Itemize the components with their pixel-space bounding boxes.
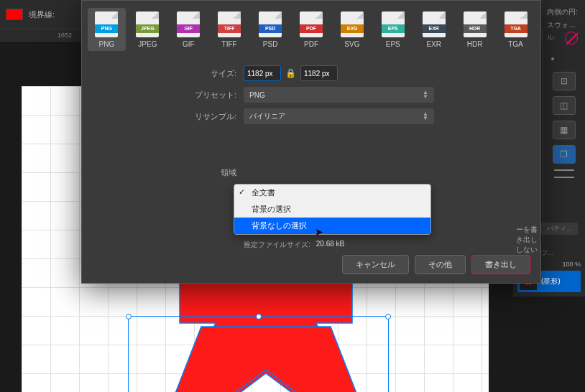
format-eps[interactable]: EPSEPS bbox=[374, 8, 412, 51]
export-button[interactable]: 書き出し bbox=[471, 255, 530, 274]
panel-button-2[interactable]: ◫ bbox=[553, 96, 576, 115]
opacity-value[interactable]: 100 % bbox=[562, 261, 581, 268]
format-label: HDR bbox=[467, 40, 483, 48]
format-tga[interactable]: TGATGA bbox=[497, 8, 535, 51]
file-icon: TGA bbox=[505, 11, 528, 37]
format-hdr[interactable]: HDRHDR bbox=[456, 8, 494, 51]
export-dialog: PNGPNGJPEGJPEGGIFGIFTIFFTIFFPSDPSDPDFPDF… bbox=[81, 0, 541, 284]
ruler-label: ル: bbox=[547, 33, 556, 42]
dot-icon bbox=[551, 57, 554, 60]
properties-tab[interactable]: パティ... bbox=[541, 223, 578, 235]
chevron-updown-icon: ▲▼ bbox=[423, 112, 428, 121]
format-tiff[interactable]: TIFFTIFF bbox=[211, 8, 249, 51]
area-label: 領域 bbox=[103, 167, 244, 178]
preset-label: プリセット: bbox=[103, 90, 244, 101]
file-icon: TIFF bbox=[218, 11, 241, 37]
inner-circle-label: 内側の円: bbox=[547, 7, 578, 17]
format-label: EPS bbox=[386, 40, 400, 48]
cancel-button[interactable]: キャンセル bbox=[342, 255, 409, 274]
file-icon: EPS bbox=[382, 11, 405, 37]
format-label: PSD bbox=[263, 40, 278, 48]
format-selector-row: PNGPNGJPEGJPEGGIFGIFTIFFTIFFPSDPSDPDFPDF… bbox=[82, 1, 540, 58]
file-icon: PDF bbox=[300, 11, 323, 37]
format-label: JPEG bbox=[138, 40, 157, 48]
no-fill-icon[interactable] bbox=[565, 32, 578, 45]
fill-color-swatch[interactable] bbox=[6, 9, 23, 20]
format-label: TGA bbox=[508, 40, 523, 48]
star-shape[interactable] bbox=[129, 280, 402, 392]
layer-name: (星形) bbox=[541, 276, 561, 286]
file-icon: PNG bbox=[95, 11, 118, 37]
border-label: 境界線: bbox=[29, 9, 55, 20]
stroke-preview[interactable] bbox=[554, 177, 574, 178]
dropdown-item-all[interactable]: 全文書 bbox=[234, 185, 430, 201]
format-svg[interactable]: SVGSVG bbox=[333, 8, 371, 51]
height-input[interactable] bbox=[300, 65, 338, 81]
dropdown-item-no-bg-select[interactable]: 背景なしの選択 bbox=[234, 218, 430, 234]
file-icon: EXR bbox=[423, 11, 446, 37]
panel-button-3[interactable]: ▦ bbox=[553, 121, 576, 139]
filesize-value: 20.68 kB bbox=[316, 240, 344, 250]
panel-button-4[interactable]: ❐ bbox=[553, 145, 576, 164]
ruler-value: 1652 bbox=[57, 32, 72, 39]
file-icon: SVG bbox=[341, 11, 364, 37]
format-label: GIF bbox=[183, 40, 195, 48]
stroke-preview[interactable] bbox=[554, 169, 574, 171]
format-label: TIFF bbox=[222, 40, 237, 48]
resample-select[interactable]: バイリニア ▲▼ bbox=[244, 108, 434, 124]
format-psd[interactable]: PSDPSD bbox=[252, 8, 290, 51]
matte-text: ーを書き出ししない bbox=[516, 225, 540, 255]
format-pdf[interactable]: PDFPDF bbox=[292, 8, 331, 51]
other-button[interactable]: その他 bbox=[415, 255, 466, 274]
resample-label: リサンプル: bbox=[103, 111, 244, 122]
lock-icon[interactable]: 🔒 bbox=[285, 68, 296, 78]
dropdown-item-bg-select[interactable]: 背景の選択 bbox=[234, 201, 430, 218]
area-dropdown: 全文書 背景の選択 背景なしの選択 bbox=[234, 184, 431, 235]
file-icon: PSD bbox=[259, 11, 282, 37]
panel-button-1[interactable]: ⊡ bbox=[553, 72, 576, 90]
format-label: PNG bbox=[99, 40, 115, 48]
format-label: PDF bbox=[304, 40, 318, 48]
format-label: EXR bbox=[426, 40, 441, 48]
width-input[interactable] bbox=[244, 65, 281, 81]
size-label: サイズ: bbox=[103, 68, 244, 79]
format-jpeg[interactable]: JPEGJPEG bbox=[129, 8, 167, 51]
filesize-label: 推定ファイルサイズ: bbox=[244, 240, 310, 250]
format-exr[interactable]: EXREXR bbox=[415, 8, 453, 51]
cursor-icon: ➤ bbox=[315, 226, 323, 238]
format-label: SVG bbox=[344, 40, 359, 48]
file-icon: HDR bbox=[464, 11, 487, 37]
file-icon: JPEG bbox=[136, 11, 159, 37]
file-icon: GIF bbox=[177, 11, 200, 37]
format-png[interactable]: PNGPNG bbox=[88, 8, 126, 51]
chevron-updown-icon: ▲▼ bbox=[423, 90, 428, 99]
preset-select[interactable]: PNG ▲▼ bbox=[244, 87, 434, 103]
format-gif[interactable]: GIFGIF bbox=[170, 8, 208, 51]
